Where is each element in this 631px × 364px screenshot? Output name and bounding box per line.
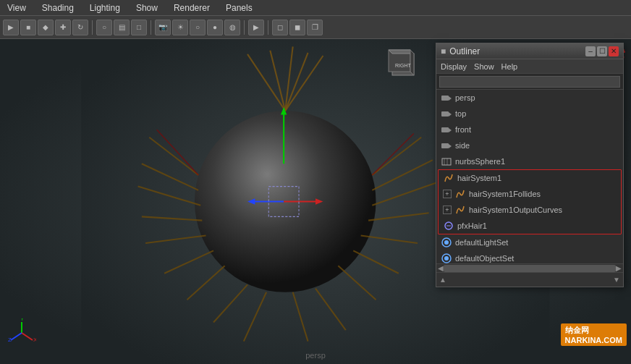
toolbar-show[interactable]: ◻	[272, 20, 288, 35]
svg-line-36	[22, 333, 33, 340]
outliner-item-top[interactable]: top	[436, 106, 623, 122]
hair-icon-outputcurves	[454, 204, 466, 216]
toolbar-camera[interactable]: 📷	[155, 20, 171, 35]
svg-line-23	[213, 284, 247, 322]
svg-line-6	[285, 56, 323, 111]
camera-icon-front	[441, 124, 452, 135]
toolbar: ▶ ■ ◆ ✚ ↻ ○ ▤ □ 📷 ☀ ○ ● ◍ ▶ ◻ ◼ ❐	[0, 16, 631, 39]
expand-icon-outputcurves[interactable]: +	[443, 206, 452, 214]
axis-indicator: Y X Z	[7, 318, 36, 350]
toolbar-paint[interactable]: ◆	[38, 20, 54, 35]
pfx-icon	[443, 220, 454, 232]
toolbar-light[interactable]: ☀	[172, 20, 188, 35]
outliner-search-bar	[436, 74, 623, 90]
svg-line-16	[149, 137, 198, 175]
outliner-menu-display[interactable]: Display	[441, 62, 467, 71]
toolbar-move[interactable]: ✚	[55, 20, 71, 35]
outliner-item-side[interactable]: side	[436, 137, 623, 153]
outliner-search-input[interactable]	[439, 76, 620, 88]
view-cube[interactable]: RIGHT	[385, 46, 421, 82]
outliner-list[interactable]: persp top front side	[436, 90, 623, 263]
toolbar-wire[interactable]: □	[131, 20, 147, 35]
toolbar-render3[interactable]: ◍	[224, 20, 240, 35]
outliner-item-front[interactable]: front	[436, 122, 623, 137]
hscroll-right-arrow[interactable]: ▶	[616, 264, 622, 272]
toolbar-share[interactable]: ❐	[307, 20, 323, 35]
hscroll-left-arrow[interactable]: ◀	[438, 264, 444, 272]
expand-icon-follides[interactable]: +	[443, 190, 452, 198]
toolbar-hide[interactable]: ◼	[289, 20, 305, 35]
hairsystem1-label: hairSystem1	[457, 174, 501, 182]
outliner-hscroll[interactable]: ◀ ▶	[436, 263, 623, 272]
sep2	[151, 20, 151, 35]
hscroll-thumb[interactable]	[444, 265, 616, 272]
toolbar-grid[interactable]: ▤	[114, 20, 130, 35]
outliner-item-hairsystem1[interactable]: hairSystem1	[439, 170, 621, 186]
toolbar-lasso[interactable]: ■	[20, 20, 36, 35]
svg-rect-53	[442, 158, 451, 165]
menu-renderer[interactable]: Renderer	[171, 1, 213, 14]
svg-line-20	[145, 235, 206, 242]
outliner-menu-help[interactable]: Help	[501, 62, 518, 71]
toolbar-select[interactable]: ▶	[3, 20, 19, 35]
svg-line-12	[353, 250, 399, 273]
svg-marker-52	[449, 144, 452, 148]
svg-point-59	[444, 240, 449, 245]
window-maximize-button[interactable]: ☐	[597, 46, 607, 56]
menubar: View Shading Lighting Show Renderer Pane…	[0, 0, 631, 16]
svg-point-61	[444, 256, 449, 261]
svg-line-24	[244, 292, 266, 342]
outliner-item-pfxhair1[interactable]: pfxHair1	[439, 218, 621, 234]
sep4	[268, 20, 268, 35]
nurbs-icon	[441, 156, 452, 167]
outliner-item-defaultlightset[interactable]: defaultLightSet	[436, 234, 623, 250]
svg-line-38	[11, 333, 22, 340]
outliner-title: Outliner	[449, 46, 584, 56]
toolbar-render1[interactable]: ○	[190, 20, 206, 35]
svg-line-9	[372, 182, 436, 205]
pfxhair1-label: pfxHair1	[457, 221, 487, 230]
svg-rect-33	[268, 187, 299, 217]
vscroll-up-arrow[interactable]: ▲	[439, 276, 446, 284]
menu-shading[interactable]: Shading	[39, 1, 77, 14]
front-label: front	[455, 125, 471, 134]
svg-marker-30	[247, 198, 255, 204]
svg-text:RIGHT: RIGHT	[395, 63, 412, 68]
toolbar-snap[interactable]: ○	[96, 20, 112, 35]
outliner-icon: ■	[441, 46, 446, 56]
svg-marker-50	[449, 128, 452, 132]
svg-line-2	[247, 54, 285, 111]
svg-text:X: X	[33, 337, 36, 343]
svg-rect-49	[441, 127, 449, 132]
toolbar-render2[interactable]: ●	[207, 20, 223, 35]
outliner-item-hairsystem1outputcurves[interactable]: + hairSystem1OutputCurves	[439, 202, 621, 218]
defaultobjectset-label: defaultObjectSet	[455, 254, 514, 263]
window-close-button[interactable]: ✕	[609, 46, 619, 56]
menu-view[interactable]: View	[4, 1, 29, 14]
toolbar-select2[interactable]: ▶	[248, 20, 264, 35]
svg-marker-32	[316, 198, 323, 204]
svg-marker-46	[449, 96, 452, 101]
menu-show[interactable]: Show	[133, 1, 161, 14]
vscroll-down-arrow[interactable]: ▼	[613, 276, 620, 284]
svg-line-26	[157, 130, 198, 175]
menu-lighting[interactable]: Lighting	[87, 1, 123, 14]
outliner-item-persp[interactable]: persp	[436, 90, 623, 106]
svg-line-17	[142, 164, 198, 190]
menu-panels[interactable]: Panels	[223, 1, 255, 14]
svg-marker-48	[449, 112, 452, 117]
outliner-item-defaultobjectset[interactable]: defaultObjectSet	[436, 250, 623, 263]
toolbar-rotate[interactable]: ↻	[72, 20, 88, 35]
svg-line-8	[372, 160, 433, 190]
viewport-label: persp	[305, 351, 326, 360]
window-minimize-button[interactable]: –	[585, 46, 596, 56]
outliner-menu-show[interactable]: Show	[474, 62, 494, 71]
outliner-bottom-bar: ▲ ▼	[436, 272, 623, 287]
outliner-panel: ■ Outliner – ☐ ✕ Display Show Help persp	[436, 43, 624, 287]
main-area: persp Y X Z 火星时代 www.hxsd.com	[0, 39, 631, 364]
outliner-item-nurbssphere[interactable]: nurbsSphere1	[436, 153, 623, 169]
watermark: 纳金网NARKINA.COM	[561, 323, 627, 346]
svg-line-5	[285, 53, 308, 111]
outliner-item-hairsystem1follides[interactable]: + hairSystem1Follides	[439, 186, 621, 202]
svg-line-18	[138, 187, 201, 206]
